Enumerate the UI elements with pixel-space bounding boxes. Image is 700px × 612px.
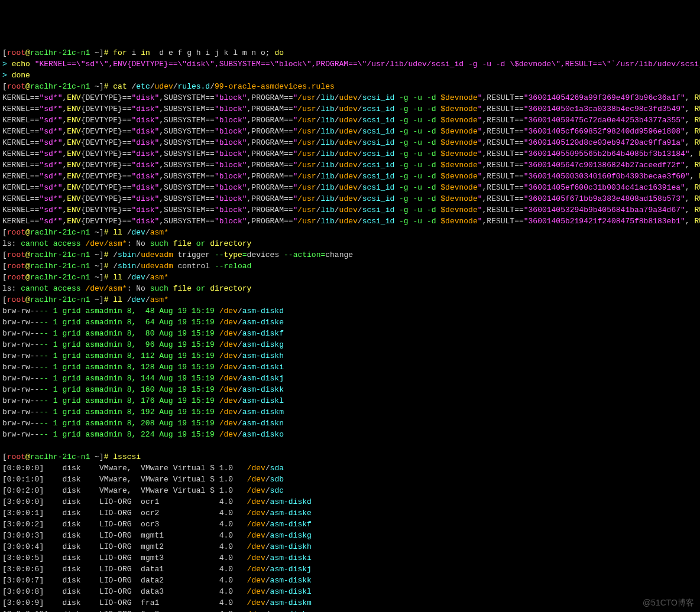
ll-entry-8: brw-rw---- 1 grid asmadmin 8, 176 Aug 19… [2, 395, 698, 406]
scsi-entry-1: [0:0:1:0] disk VMware, VMware Virtual S … [2, 474, 698, 485]
ll-entry-0: brw-rw---- 1 grid asmadmin 8, 48 Aug 19 … [2, 305, 698, 317]
scsi-entry-7: [3:0:0:4] disk LIO-ORG mgmt2 4.0 /dev/as… [2, 541, 698, 552]
ll-entry-4: brw-rw---- 1 grid asmadmin 8, 112 Aug 19… [2, 350, 698, 362]
udev-rule-4: KERNEL=="sd*",ENV{DEVTYPE}=="disk",SUBSY… [2, 137, 698, 148]
ll-entry-5: brw-rw---- 1 grid asmadmin 8, 128 Aug 19… [2, 362, 698, 373]
watermark: @51CTO博客 [643, 597, 694, 608]
cmd-for-loop: [root@raclhr-21c-n1 ~]# for i in d e f g… [2, 47, 698, 58]
scsi-entry-3: [3:0:0:0] disk LIO-ORG ocr1 4.0 /dev/asm… [2, 496, 698, 507]
udev-rule-10: KERNEL=="sd*",ENV{DEVTYPE}=="disk",SUBSY… [2, 204, 698, 216]
cmd-ll-3: [root@raclhr-21c-n1 ~]# ll /dev/asm* [2, 294, 698, 305]
udev-rule-7: KERNEL=="sd*",ENV{DEVTYPE}=="disk",SUBSY… [2, 171, 698, 182]
udev-rule-5: KERNEL=="sd*",ENV{DEVTYPE}=="disk",SUBSY… [2, 148, 698, 159]
ll-entry-7: brw-rw---- 1 grid asmadmin 8, 160 Aug 19… [2, 384, 698, 395]
ls-error-1: ls: cannot access /dev/asm*: No such fil… [2, 238, 698, 249]
cmd-lsscsi: [root@raclhr-21c-n1 ~]# lsscsi [2, 451, 698, 463]
udev-rule-0: KERNEL=="sd*",ENV{DEVTYPE}=="disk",SUBSY… [2, 92, 698, 103]
cmd-ll-2: [root@raclhr-21c-n1 ~]# ll /dev/asm* [2, 272, 698, 283]
cmd-done: > done [2, 70, 698, 81]
udev-rule-9: KERNEL=="sd*",ENV{DEVTYPE}=="disk",SUBSY… [2, 193, 698, 204]
ll-entry-6: brw-rw---- 1 grid asmadmin 8, 144 Aug 19… [2, 373, 698, 384]
udev-rule-2: KERNEL=="sd*",ENV{DEVTYPE}=="disk",SUBSY… [2, 115, 698, 126]
udev-rule-1: KERNEL=="sd*",ENV{DEVTYPE}=="disk",SUBSY… [2, 103, 698, 115]
scsi-entry-13: [3:0:0:10] disk LIO-ORG fra2 4.0 /dev/as… [2, 608, 698, 612]
scsi-entry-12: [3:0:0:9] disk LIO-ORG fra1 4.0 /dev/asm… [2, 597, 698, 608]
cmd-trigger: [root@raclhr-21c-n1 ~]# /sbin/udevadm tr… [2, 249, 698, 261]
scsi-entry-0: [0:0:0:0] disk VMware, VMware Virtual S … [2, 463, 698, 474]
ll-entry-11: brw-rw---- 1 grid asmadmin 8, 224 Aug 19… [2, 429, 698, 440]
scsi-entry-10: [3:0:0:7] disk LIO-ORG data2 4.0 /dev/as… [2, 575, 698, 586]
terminal-output[interactable]: [root@raclhr-21c-n1 ~]# for i in d e f g… [2, 47, 698, 612]
udev-rule-8: KERNEL=="sd*",ENV{DEVTYPE}=="disk",SUBSY… [2, 182, 698, 193]
cmd-echo-line: > echo "KERNEL==\"sd*\",ENV{DEVTYPE}==\"… [2, 58, 698, 70]
scsi-entry-6: [3:0:0:3] disk LIO-ORG mgmt1 4.0 /dev/as… [2, 530, 698, 541]
scsi-entry-4: [3:0:0:1] disk LIO-ORG ocr2 4.0 /dev/asm… [2, 507, 698, 519]
ll-entry-2: brw-rw---- 1 grid asmadmin 8, 80 Aug 19 … [2, 328, 698, 339]
ll-entry-1: brw-rw---- 1 grid asmadmin 8, 64 Aug 19 … [2, 317, 698, 328]
scsi-entry-9: [3:0:0:6] disk LIO-ORG data1 4.0 /dev/as… [2, 564, 698, 575]
udev-rule-3: KERNEL=="sd*",ENV{DEVTYPE}=="disk",SUBSY… [2, 126, 698, 137]
cmd-ll-1: [root@raclhr-21c-n1 ~]# ll /dev/asm* [2, 227, 698, 238]
cmd-cat: [root@raclhr-21c-n1 ~]# cat /etc/udev/ru… [2, 81, 698, 92]
ls-error-2: ls: cannot access /dev/asm*: No such fil… [2, 283, 698, 294]
cmd-reload: [root@raclhr-21c-n1 ~]# /sbin/udevadm co… [2, 261, 698, 272]
ll-entry-3: brw-rw---- 1 grid asmadmin 8, 96 Aug 19 … [2, 339, 698, 350]
scsi-entry-2: [0:0:2:0] disk VMware, VMware Virtual S … [2, 485, 698, 496]
udev-rule-11: KERNEL=="sd*",ENV{DEVTYPE}=="disk",SUBSY… [2, 216, 698, 227]
scsi-entry-11: [3:0:0:8] disk LIO-ORG data3 4.0 /dev/as… [2, 586, 698, 597]
ll-entry-10: brw-rw---- 1 grid asmadmin 8, 208 Aug 19… [2, 418, 698, 429]
udev-rule-6: KERNEL=="sd*",ENV{DEVTYPE}=="disk",SUBSY… [2, 159, 698, 171]
ll-entry-9: brw-rw---- 1 grid asmadmin 8, 192 Aug 19… [2, 406, 698, 418]
scsi-entry-5: [3:0:0:2] disk LIO-ORG ocr3 4.0 /dev/asm… [2, 519, 698, 530]
scsi-entry-8: [3:0:0:5] disk LIO-ORG mgmt3 4.0 /dev/as… [2, 552, 698, 564]
